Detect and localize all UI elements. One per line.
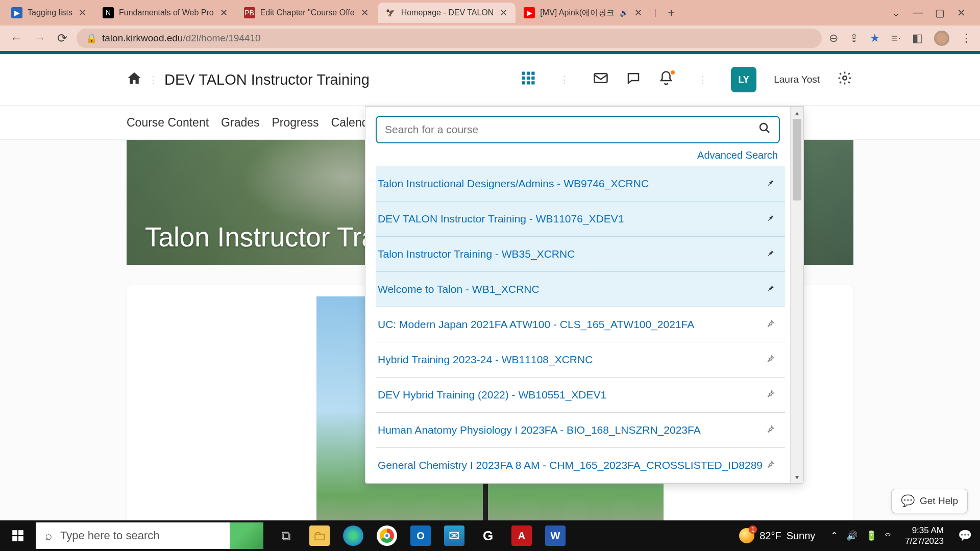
back-button[interactable]: ← (8, 29, 24, 47)
get-help-button[interactable]: 💬 Get Help (891, 489, 968, 513)
scroll-up-icon[interactable]: ▴ (791, 107, 803, 119)
zoom-icon[interactable]: ⊖ (829, 32, 838, 45)
home-icon[interactable] (127, 70, 142, 89)
chrome-icon[interactable] (377, 525, 397, 546)
course-nav-item[interactable]: Progress (272, 116, 319, 130)
subscriptions-icon[interactable] (626, 70, 641, 89)
acrobat-icon[interactable]: A (511, 525, 532, 546)
wifi-icon[interactable]: ⌔ (885, 531, 891, 541)
tab-close-icon[interactable]: ✕ (499, 6, 508, 19)
system-tray[interactable]: ⌃ 🔊 🔋 ⌔ (822, 530, 899, 541)
close-window-button[interactable]: ✕ (957, 7, 966, 19)
weather-widget[interactable]: 82°F Sunny (732, 528, 822, 543)
pin-icon[interactable] (766, 354, 775, 366)
taskbar-widget-icon[interactable] (230, 522, 263, 549)
tab-audio-icon[interactable]: 🔊 (620, 9, 628, 17)
scroll-down-icon[interactable]: ▾ (791, 471, 803, 483)
minimize-button[interactable]: — (913, 7, 923, 19)
taskbar-clock[interactable]: 9:35 AM 7/27/2023 (899, 525, 950, 547)
pin-icon[interactable] (766, 248, 775, 260)
course-nav-item[interactable]: Course Content (127, 116, 209, 130)
course-row[interactable]: DEV Hybrid Training (2022) - WB10551_XDE… (376, 378, 785, 413)
user-name-label[interactable]: Laura Yost (774, 74, 820, 85)
task-view-icon[interactable]: ⧉ (276, 525, 296, 546)
course-search-box[interactable] (376, 116, 780, 143)
course-search-input[interactable] (385, 123, 758, 136)
course-row[interactable]: Talon Instructional Designers/Admins - W… (376, 166, 785, 202)
course-link[interactable]: UC: Modern Japan 2021FA ATW100 - CLS_165… (378, 318, 694, 331)
dropdown-scrollbar[interactable]: ▴ ▾ (790, 107, 803, 483)
tab-close-icon[interactable]: ✕ (360, 6, 370, 19)
chrome-profile-avatar[interactable] (934, 31, 949, 46)
taskbar-search[interactable]: ⌕ Type here to search (36, 522, 230, 549)
tab-close-icon[interactable]: ✕ (633, 6, 643, 19)
file-explorer-icon[interactable]: 🗀 (309, 525, 330, 546)
browser-tab[interactable]: PBEdit Chapter "Course Offe✕ (237, 3, 377, 23)
url-path: /d2l/home/194410 (183, 33, 260, 43)
pin-icon[interactable] (766, 460, 775, 471)
weather-icon (739, 528, 754, 543)
course-row[interactable]: Welcome to Talon - WB1_XCRNC (376, 272, 785, 307)
user-avatar-badge[interactable]: LY (731, 67, 756, 92)
settings-gear-icon[interactable] (837, 70, 852, 89)
pin-icon[interactable] (766, 178, 775, 190)
course-link[interactable]: Human Anatomy Physiology I 2023FA - BIO_… (378, 424, 701, 436)
course-selector-icon[interactable] (521, 70, 536, 89)
svg-rect-7 (527, 81, 530, 84)
course-row[interactable]: General Chemistry I 2023FA 8 AM - CHM_16… (376, 448, 785, 483)
battery-icon[interactable]: 🔋 (866, 530, 877, 541)
advanced-search-link[interactable]: Advanced Search (697, 149, 778, 161)
search-icon[interactable] (758, 122, 771, 137)
course-nav-item[interactable]: Grades (221, 116, 259, 130)
course-row[interactable]: Talon Instructor Training - WB35_XCRNC (376, 237, 785, 272)
tray-chevron-icon[interactable]: ⌃ (830, 530, 838, 541)
course-row[interactable]: Human Anatomy Physiology I 2023FA - BIO_… (376, 413, 785, 448)
scroll-thumb[interactable] (793, 119, 801, 201)
edge-icon[interactable] (343, 525, 363, 546)
course-link[interactable]: DEV Hybrid Training (2022) - WB10551_XDE… (378, 389, 606, 401)
word-icon[interactable]: W (545, 525, 566, 546)
chrome-menu-icon[interactable]: ⋮ (961, 32, 972, 45)
start-button[interactable] (0, 520, 36, 551)
messages-icon[interactable] (593, 70, 608, 89)
tab-close-icon[interactable]: ✕ (78, 6, 87, 19)
pin-icon[interactable] (766, 389, 775, 401)
svg-rect-6 (522, 81, 525, 84)
mail-icon[interactable]: ✉ (444, 525, 464, 546)
browser-tab[interactable]: 🦅Homepage - DEV TALON✕ (378, 3, 516, 23)
tabs-dropdown-icon[interactable]: ⌄ (892, 7, 900, 19)
course-link[interactable]: Talon Instructional Designers/Admins - W… (378, 178, 649, 190)
url-input[interactable]: 🔒 talon.kirkwood.edu/d2l/home/194410 (77, 29, 822, 48)
course-row[interactable]: DEV TALON Instructor Training - WB11076_… (376, 202, 785, 237)
action-center-icon[interactable]: 💬 (950, 529, 980, 542)
volume-icon[interactable]: 🔊 (846, 530, 857, 541)
reload-button[interactable]: ⟳ (55, 29, 69, 47)
course-title[interactable]: DEV TALON Instructor Training (164, 71, 370, 88)
course-link[interactable]: DEV TALON Instructor Training - WB11076_… (378, 213, 624, 225)
course-row[interactable]: Hybrid Training 2023-24 - WB11108_XCRNC (376, 342, 785, 378)
reading-list-icon[interactable]: ≡· (891, 32, 901, 45)
forward-button[interactable]: → (32, 29, 48, 47)
browser-tab[interactable]: ▶[MV] Apink(에이핑크🔊✕ (517, 3, 650, 23)
course-link[interactable]: Talon Instructor Training - WB35_XCRNC (378, 248, 575, 260)
side-panel-icon[interactable]: ◧ (912, 32, 923, 45)
course-link[interactable]: Welcome to Talon - WB1_XCRNC (378, 283, 540, 295)
browser-tab[interactable]: NFundamentals of Web Pro✕ (95, 3, 236, 23)
maximize-button[interactable]: ▢ (935, 7, 945, 19)
bookmark-star-icon[interactable]: ★ (870, 32, 880, 45)
course-link[interactable]: Hybrid Training 2023-24 - WB11108_XCRNC (378, 354, 593, 366)
pin-icon[interactable] (766, 213, 775, 225)
notifications-icon[interactable] (658, 70, 674, 89)
logitech-icon[interactable]: G (478, 525, 498, 546)
course-row[interactable]: UC: Modern Japan 2021FA ATW100 - CLS_165… (376, 307, 785, 342)
tab-close-icon[interactable]: ✕ (219, 6, 229, 19)
new-tab-button[interactable]: + (660, 6, 682, 20)
share-icon[interactable]: ⇪ (849, 32, 859, 45)
browser-tab[interactable]: ▶Tagging lists✕ (4, 3, 94, 23)
pin-icon[interactable] (766, 319, 775, 331)
outlook-icon[interactable]: O (410, 525, 431, 546)
pin-icon[interactable] (766, 284, 775, 295)
course-nav-item[interactable]: Calend (331, 116, 369, 130)
course-link[interactable]: General Chemistry I 2023FA 8 AM - CHM_16… (378, 459, 763, 471)
pin-icon[interactable] (766, 424, 775, 436)
